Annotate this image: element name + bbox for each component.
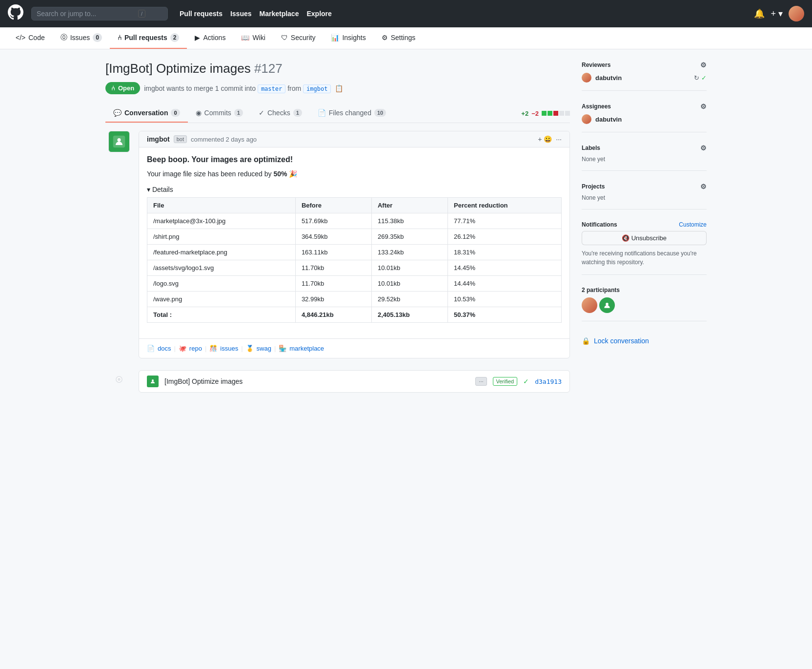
tab-files-changed[interactable]: 📄 Files changed 10 (310, 104, 394, 123)
diff-stats: +2 −2 (521, 110, 570, 117)
security-icon: 🛡 (281, 34, 288, 42)
subnav-actions[interactable]: ▶ Actions (187, 28, 233, 48)
subnav-wiki[interactable]: 📖 Wiki (233, 28, 273, 48)
comment-header-actions[interactable]: + 😀 ··· (538, 135, 562, 143)
search-box[interactable]: / (31, 7, 168, 21)
projects-section: Projects ⚙ None yet (582, 183, 707, 209)
table-cell: /wave.png (147, 292, 296, 307)
commit-dot (117, 377, 122, 382)
diff-bar-4 (559, 111, 564, 116)
repo-link[interactable]: repo (189, 345, 202, 352)
subnav-insights[interactable]: 📊 Insights (323, 28, 373, 48)
participants-section: 2 participants (582, 287, 707, 321)
table-cell: 517.69kb (295, 213, 371, 229)
diff-bar-5 (565, 111, 570, 116)
check-icon: ✓ (701, 74, 707, 82)
copy-icon[interactable]: 📋 (335, 84, 343, 92)
participant-avatar-2[interactable] (599, 297, 615, 313)
tab-conversation[interactable]: 💬 Conversation 0 (105, 104, 188, 123)
reviewer-actions[interactable]: ↻ ✓ (694, 74, 707, 82)
subnav-issues[interactable]: ⓪ Issues 0 (53, 27, 110, 49)
lock-conversation[interactable]: 🔒 Lock conversation (582, 333, 707, 345)
add-reaction-icon[interactable]: + 😀 (538, 135, 552, 143)
subnav-settings[interactable]: ⚙ Settings (374, 28, 424, 48)
table-cell: 50.37% (448, 307, 562, 323)
labels-gear[interactable]: ⚙ (700, 144, 707, 152)
comment-wrapper: imgbot bot commented 2 days ago + 😀 ··· … (105, 131, 570, 358)
details-table: File Before After Percent reduction /mar… (147, 197, 562, 323)
base-branch-link[interactable]: master (258, 84, 285, 93)
table-cell: 29.52kb (371, 292, 447, 307)
table-row: /assets/svg/logo1.svg11.70kb10.01kb14.45… (147, 260, 562, 276)
table-cell: 163.11kb (295, 245, 371, 260)
diff-additions: +2 (521, 110, 528, 117)
assignee-name: dabutvin (595, 116, 622, 123)
settings-icon: ⚙ (382, 34, 388, 42)
more-options-icon[interactable]: ··· (556, 135, 562, 143)
table-cell: /marketplace@3x-100.jpg (147, 213, 296, 229)
table-cell: 77.71% (448, 213, 562, 229)
head-branch-link[interactable]: imgbot (303, 84, 331, 93)
table-row: /wave.png32.99kb29.52kb10.53% (147, 292, 562, 307)
code-icon: </> (16, 34, 25, 42)
tab-conversation-label: Conversation (124, 109, 168, 117)
subnav-security[interactable]: 🛡 Security (273, 28, 324, 48)
diff-bar-3 (553, 111, 558, 116)
top-nav: / Pull requests Issues Marketplace Explo… (0, 0, 812, 27)
pr-open-icon: ⑃ (111, 84, 115, 92)
unsubscribe-button[interactable]: 🔇 Unsubscribe (582, 231, 707, 245)
table-cell: 11.70kb (295, 276, 371, 292)
pr-badge: 2 (170, 33, 180, 42)
svg-point-3 (606, 303, 609, 306)
swag-link[interactable]: swag (257, 345, 271, 352)
tab-checks[interactable]: ✓ Checks 1 (251, 104, 310, 123)
comment-body: Beep boop. Your images are optimized! Yo… (139, 147, 569, 338)
subnav-pullrequests[interactable]: ⑃ Pull requests 2 (110, 27, 187, 49)
commit-avatar (147, 376, 159, 387)
subnav-code[interactable]: </> Code (8, 28, 53, 48)
participant-avatar-1[interactable] (582, 297, 597, 313)
marketplace-link[interactable]: marketplace (289, 345, 324, 352)
assignee-item: dabutvin (582, 114, 707, 124)
comment-body-text: Your image file size has been reduced by… (147, 170, 562, 178)
checks-icon: ✓ (259, 109, 264, 117)
explore-link[interactable]: Explore (306, 10, 331, 18)
commit-more[interactable]: ··· (475, 377, 487, 386)
projects-gear[interactable]: ⚙ (700, 183, 707, 190)
projects-title: Projects ⚙ (582, 183, 707, 190)
table-row: /logo.svg11.70kb10.01kb14.44% (147, 276, 562, 292)
table-cell: 133.24kb (371, 245, 447, 260)
assignees-gear[interactable]: ⚙ (700, 103, 707, 110)
user-avatar[interactable] (789, 6, 804, 21)
customize-link[interactable]: Customize (679, 221, 707, 228)
table-row: Total :4,846.21kb2,405.13kb50.37% (147, 307, 562, 323)
pull-requests-link[interactable]: Pull requests (180, 10, 223, 18)
reload-icon[interactable]: ↻ (694, 74, 699, 82)
search-input[interactable] (37, 10, 134, 18)
bell-icon[interactable]: 🔔 (754, 8, 765, 19)
reviewer-avatar (582, 73, 591, 83)
conversation-icon: 💬 (113, 109, 122, 117)
wiki-icon: 📖 (241, 34, 249, 42)
issues-link[interactable]: issues (220, 345, 238, 352)
open-badge: ⑃ Open (105, 82, 140, 94)
marketplace-link[interactable]: Marketplace (260, 10, 299, 18)
col-after: After (371, 198, 447, 213)
table-cell: /shirt.png (147, 229, 296, 245)
pr-icon: ⑃ (118, 34, 122, 42)
top-nav-links: Pull requests Issues Marketplace Explore (180, 10, 332, 18)
plus-icon[interactable]: + ▾ (771, 8, 783, 19)
issues-link[interactable]: Issues (230, 10, 252, 18)
reviewers-gear[interactable]: ⚙ (700, 61, 707, 69)
docs-link[interactable]: docs (158, 345, 171, 352)
files-badge: 10 (374, 109, 386, 117)
tab-commits[interactable]: ◉ Commits 1 (188, 104, 251, 123)
col-reduction: Percent reduction (448, 198, 562, 213)
diff-bar-1 (542, 111, 547, 116)
tab-commits-label: Commits (204, 109, 231, 117)
commit-hash[interactable]: d3a1913 (535, 378, 562, 385)
pr-title: [ImgBot] Optimize images #127 (105, 61, 570, 76)
table-cell: Total : (147, 307, 296, 323)
github-logo[interactable] (8, 4, 23, 23)
details-toggle[interactable]: ▾ Details (147, 186, 562, 193)
